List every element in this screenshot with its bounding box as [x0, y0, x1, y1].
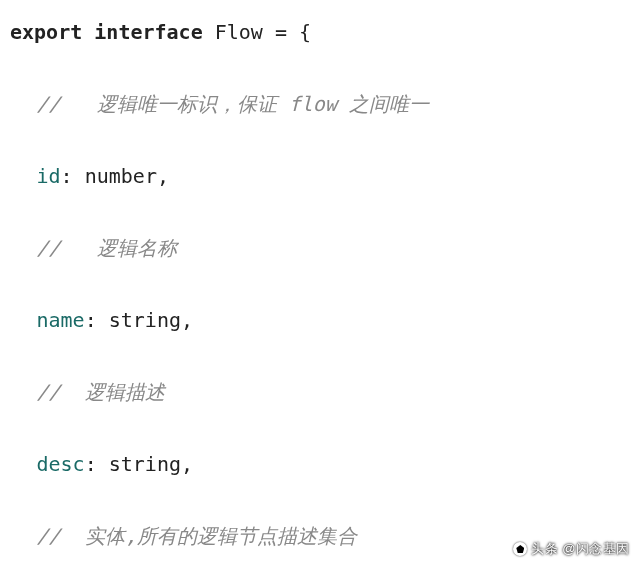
watermark: 头条 @闪念基因	[513, 531, 630, 567]
code-block: export interface Flow = { // 逻辑唯一标识，保证 f…	[10, 14, 630, 575]
code-line: desc: string,	[10, 446, 630, 482]
type-number: number	[85, 164, 157, 188]
equals-sign: =	[275, 20, 287, 44]
type-string: string	[109, 452, 181, 476]
colon: :	[85, 452, 97, 476]
property-id: id	[36, 164, 60, 188]
watermark-handle: @闪念基因	[562, 531, 630, 567]
code-line: // 逻辑描述	[10, 374, 630, 410]
interface-name: Flow	[215, 20, 263, 44]
comment: // 逻辑名称	[36, 236, 176, 260]
comment: // 实体,所有的逻辑节点描述集合	[36, 524, 356, 548]
keyword-interface: interface	[94, 20, 202, 44]
type-string: string	[109, 308, 181, 332]
colon: :	[85, 308, 97, 332]
comma: ,	[157, 164, 169, 188]
property-name: name	[36, 308, 84, 332]
colon: :	[61, 164, 73, 188]
watermark-icon	[513, 542, 527, 556]
code-line: id: number,	[10, 158, 630, 194]
comment: // 逻辑描述	[36, 380, 164, 404]
comma: ,	[181, 452, 193, 476]
comment: // 逻辑唯一标识，保证 flow 之间唯一	[36, 92, 428, 116]
code-line: name: string,	[10, 302, 630, 338]
code-line: // 逻辑名称	[10, 230, 630, 266]
property-desc: desc	[36, 452, 84, 476]
comma: ,	[181, 308, 193, 332]
keyword-export: export	[10, 20, 82, 44]
open-brace: {	[299, 20, 311, 44]
code-line: // 逻辑唯一标识，保证 flow 之间唯一	[10, 86, 630, 122]
code-line: export interface Flow = {	[10, 14, 630, 50]
watermark-label: 头条	[531, 531, 558, 567]
